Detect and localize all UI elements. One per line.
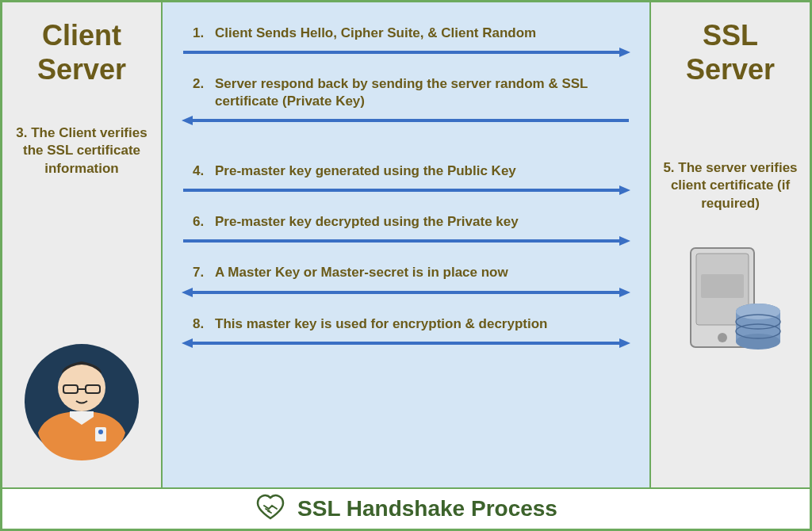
server-icon [671, 236, 790, 358]
svg-point-24 [718, 333, 727, 342]
step-8: 8.This master key is used for encryption… [178, 315, 634, 333]
client-title: Client Server [37, 18, 126, 86]
server-note: 5. The server verifies client certificat… [659, 159, 802, 212]
step-text: This master key is used for encryption &… [215, 315, 547, 333]
steps-column: 1.Client Sends Hello, Cipher Suite, & Cl… [162, 2, 650, 488]
svg-point-6 [98, 430, 103, 434]
server-title-line2: Server [686, 53, 775, 86]
step-text: Client Sends Hello, Cipher Suite, & Clie… [215, 25, 536, 42]
svg-marker-12 [619, 185, 630, 195]
server-title-line1: SSL [703, 19, 758, 52]
step-text: Pre-master key generated using the Publi… [215, 162, 516, 180]
step-6: 6.Pre-master key decrypted using the Pri… [178, 213, 634, 231]
diagram-container: Client Server 3. The Client verifies the… [0, 0, 812, 531]
svg-marker-20 [619, 338, 630, 348]
arrow-right [178, 185, 634, 199]
step-2: 2.Server respond back by sending the ser… [178, 75, 634, 110]
footer-bar: SSL Handshake Process [2, 488, 810, 529]
step-text: Pre-master key decrypted using the Priva… [215, 213, 519, 231]
handshake-icon [255, 491, 286, 526]
step-1: 1.Client Sends Hello, Cipher Suite, & Cl… [178, 25, 634, 42]
svg-point-1 [58, 364, 105, 411]
svg-marker-17 [619, 288, 630, 297]
step-number: 6. [193, 213, 215, 231]
step-number: 8. [193, 315, 215, 333]
step-number: 1. [193, 25, 215, 42]
client-title-line2: Server [37, 53, 126, 86]
client-column: Client Server 3. The Client verifies the… [2, 2, 162, 488]
svg-marker-14 [619, 236, 630, 246]
svg-marker-8 [619, 48, 630, 57]
main-row: Client Server 3. The Client verifies the… [2, 2, 810, 488]
server-title: SSL Server [686, 18, 775, 86]
step-4: 4.Pre-master key generated using the Pub… [178, 162, 634, 180]
arrow-right [178, 235, 634, 250]
client-note: 3. The Client verifies the SSL certifica… [10, 124, 153, 177]
server-column: SSL Server 5. The server verifies client… [650, 2, 810, 488]
client-title-line1: Client [42, 19, 121, 52]
svg-rect-23 [701, 274, 744, 298]
steps-list: 1.Client Sends Hello, Cipher Suite, & Cl… [178, 25, 634, 352]
step-text: A Master Key or Master-secret is in plac… [215, 264, 508, 281]
arrow-both [178, 338, 634, 352]
arrow-left [178, 115, 634, 129]
svg-marker-19 [182, 338, 193, 348]
step-text: Server respond back by sending the serve… [215, 75, 634, 110]
step-number: 2. [193, 75, 215, 93]
arrow-right [178, 47, 634, 61]
client-avatar-icon [22, 342, 141, 464]
footer-title: SSL Handshake Process [297, 496, 557, 521]
svg-marker-10 [182, 116, 193, 125]
svg-marker-16 [182, 288, 193, 297]
step-number: 7. [193, 264, 215, 281]
step-7: 7.A Master Key or Master-secret is in pl… [178, 264, 634, 281]
arrow-both [178, 287, 634, 301]
step-number: 4. [193, 162, 215, 180]
